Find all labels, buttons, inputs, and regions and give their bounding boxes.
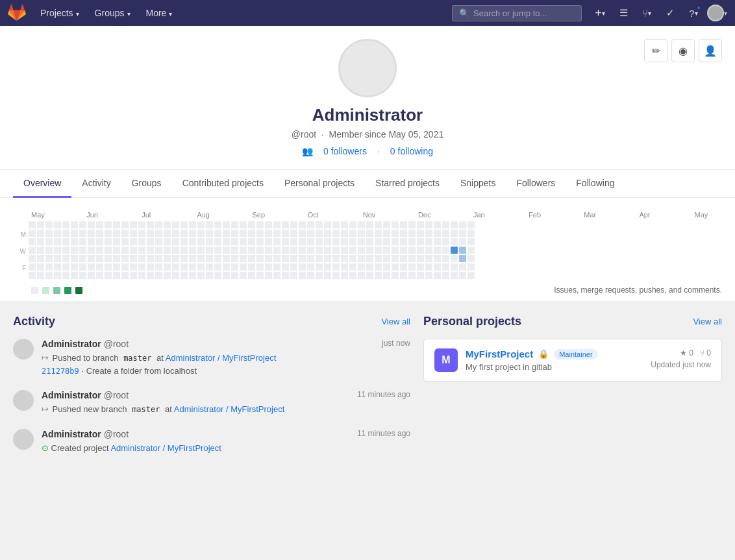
activity-handle: @root — [104, 429, 129, 439]
projects-nav[interactable]: Projects — [34, 5, 86, 21]
avatar — [13, 429, 34, 450]
project-name-row: MyFirstProject 🔒 Maintainer — [466, 348, 643, 359]
project-icon: M — [434, 348, 458, 372]
tab-snippets[interactable]: Snippets — [450, 170, 506, 198]
profile-avatar — [338, 39, 397, 97]
project-link[interactable]: Administrator / MyFirstProject — [110, 443, 221, 453]
activity-time: just now — [382, 339, 410, 349]
legend-level3 — [64, 287, 71, 294]
activity-item: Administrator @root 11 minutes ago ⊙ Cre… — [13, 429, 410, 455]
project-card-inner: M MyFirstProject 🔒 Maintainer My first p… — [434, 348, 711, 372]
activity-handle: @root — [104, 390, 129, 400]
tab-personal-projects[interactable]: Personal projects — [274, 170, 365, 198]
project-info: MyFirstProject 🔒 Maintainer My first pro… — [466, 348, 643, 372]
commit-hash-link[interactable]: 211278b9 — [42, 367, 79, 376]
activity-item: Administrator @root 11 minutes ago ↦ Pus… — [13, 390, 410, 416]
project-description: My first project in gitlab — [466, 362, 643, 372]
activity-time: 11 minutes ago — [357, 429, 410, 439]
tab-followers[interactable]: Followers — [506, 170, 566, 198]
merge-request-icon-btn[interactable]: ⑂▾ — [636, 3, 657, 23]
project-card: M MyFirstProject 🔒 Maintainer My first p… — [423, 339, 722, 382]
projects-chevron-icon — [76, 8, 79, 18]
following-link[interactable]: 0 following — [390, 146, 433, 156]
edit-icon: ✏ — [652, 45, 660, 57]
activity-header-line: Administrator @root just now — [42, 339, 410, 349]
projects-view-all-link[interactable]: View all — [693, 317, 722, 326]
rss-button[interactable]: ◉ — [671, 39, 695, 62]
tab-following[interactable]: Following — [566, 170, 625, 198]
tab-activity[interactable]: Activity — [71, 170, 121, 198]
commit-message: · Create a folder from localhost — [81, 366, 197, 376]
more-chevron-icon — [169, 8, 172, 18]
navbar: Projects Groups More 🔍 Search or jump to… — [0, 0, 735, 26]
help-icon-btn[interactable]: ?▾ — [683, 3, 704, 23]
personal-projects-title: Personal projects — [423, 315, 521, 328]
activity-desc: ↦ Pushed to branch master at Administrat… — [42, 352, 410, 377]
activity-user: Administrator — [42, 429, 101, 439]
activity-desc: ↦ Pushed new branch master at Administra… — [42, 403, 410, 416]
activity-title: Activity — [13, 315, 55, 328]
legend-level1 — [42, 287, 49, 294]
activity-time: 11 minutes ago — [357, 390, 410, 400]
tab-groups[interactable]: Groups — [121, 170, 172, 198]
search-area: 🔍 Search or jump to... — [452, 5, 582, 21]
tab-starred-projects[interactable]: Starred projects — [365, 170, 450, 198]
heatmap-note: Issues, merge requests, pushes, and comm… — [554, 286, 722, 295]
member-since: Member since May 05, 2021 — [329, 129, 444, 140]
search-icon: 🔍 — [459, 8, 469, 18]
activity-body: Administrator @root just now ↦ Pushed to… — [42, 339, 410, 377]
activity-view-all-link[interactable]: View all — [381, 317, 410, 326]
project-updated: Updated just now — [651, 360, 711, 369]
todo-icon-btn[interactable]: ☰ — [613, 3, 634, 23]
avatar — [13, 390, 34, 411]
profile-handle: @root — [292, 129, 316, 140]
activity-user: Administrator — [42, 339, 101, 349]
notification-dot — [696, 5, 701, 10]
activity-item: Administrator @root just now ↦ Pushed to… — [13, 339, 410, 377]
rss-icon: ◉ — [679, 45, 688, 57]
contribution-heatmap: MayJunJulAugSepOctNovDecJanFebMarAprMayM… — [13, 211, 722, 280]
profile-tabs: Overview Activity Groups Contributed pro… — [0, 169, 735, 198]
search-box[interactable]: 🔍 Search or jump to... — [452, 5, 582, 21]
stars: ★ 0 — [680, 348, 693, 358]
user-settings-button[interactable]: 👤 — [699, 39, 722, 62]
profile-meta: @root · Member since May 05, 2021 — [13, 129, 722, 140]
edit-profile-button[interactable]: ✏ — [644, 39, 667, 62]
more-nav[interactable]: More — [140, 5, 179, 21]
activity-desc: ⊙ Created project Administrator / MyFirs… — [42, 442, 410, 455]
project-link[interactable]: Administrator / MyFirstProject — [174, 404, 284, 414]
push-icon: ↦ — [42, 404, 49, 414]
profile-header: ✏ ◉ 👤 Administrator @root · Member since… — [0, 39, 735, 169]
branch-name: master — [121, 353, 154, 363]
search-placeholder: Search or jump to... — [473, 8, 547, 18]
profile-action-buttons: ✏ ◉ 👤 — [644, 39, 722, 62]
main-content: Activity View all Administrator @root ju… — [0, 302, 735, 480]
activity-header: Activity View all — [13, 315, 410, 328]
activity-body: Administrator @root 11 minutes ago ↦ Pus… — [42, 390, 410, 416]
legend-level0 — [31, 287, 38, 294]
forks: ⑂ 0 — [700, 348, 711, 358]
push-icon: ↦ — [42, 353, 49, 363]
plus-button[interactable]: +▾ — [590, 3, 610, 23]
profile-container: ✏ ◉ 👤 Administrator @root · Member since… — [0, 26, 735, 302]
activity-body: Administrator @root 11 minutes ago ⊙ Cre… — [42, 429, 410, 455]
activity-header-line: Administrator @root 11 minutes ago — [42, 429, 410, 439]
project-stats: ★ 0 ⑂ 0 — [680, 348, 711, 358]
groups-chevron-icon — [127, 8, 131, 18]
tab-overview[interactable]: Overview — [13, 170, 71, 198]
gitlab-logo-icon — [8, 4, 26, 22]
project-link[interactable]: Administrator / MyFirstProject — [166, 353, 276, 363]
activity-section: Activity View all Administrator @root ju… — [13, 315, 410, 467]
legend-level4 — [75, 287, 82, 294]
edit-icon-btn[interactable]: ✓ — [660, 3, 680, 23]
project-name-link[interactable]: MyFirstProject — [466, 348, 533, 359]
avatar — [13, 339, 34, 359]
tab-contributed-projects[interactable]: Contributed projects — [172, 170, 274, 198]
followers-link[interactable]: 0 followers — [323, 146, 367, 156]
activity-handle: @root — [104, 339, 129, 349]
brand[interactable] — [8, 4, 26, 22]
activity-header-line: Administrator @root 11 minutes ago — [42, 390, 410, 400]
groups-nav[interactable]: Groups — [88, 5, 137, 21]
user-menu-btn[interactable]: ▾ — [706, 3, 727, 23]
nav-icons: +▾ ☰ ⑂▾ ✓ ?▾ ▾ — [590, 3, 727, 23]
